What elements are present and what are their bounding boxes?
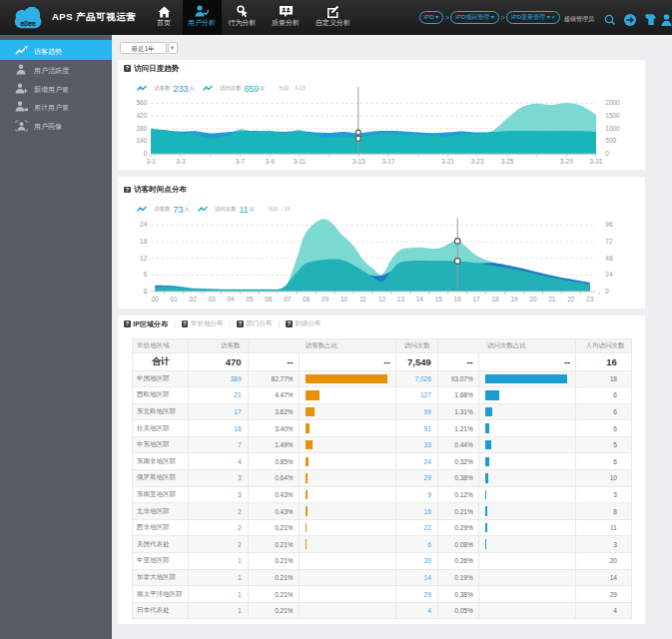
svg-text:72: 72 <box>605 238 613 245</box>
svg-text:02: 02 <box>189 295 197 302</box>
svg-text:11: 11 <box>359 295 366 302</box>
svg-text:3-15: 3-15 <box>351 158 364 165</box>
svg-text:07: 07 <box>284 295 292 302</box>
svg-text:560: 560 <box>136 99 147 106</box>
svg-text:3-21: 3-21 <box>441 158 454 165</box>
svg-text:3-7: 3-7 <box>235 158 245 165</box>
svg-text:04: 04 <box>227 295 235 302</box>
svg-text:22: 22 <box>567 295 575 302</box>
svg-text:140: 140 <box>136 137 147 144</box>
svg-text:0: 0 <box>605 150 609 157</box>
svg-text:3-1: 3-1 <box>146 158 156 165</box>
svg-text:06: 06 <box>265 295 273 302</box>
svg-text:17: 17 <box>472 295 480 302</box>
svg-text:3-31: 3-31 <box>589 158 602 165</box>
svg-text:6: 6 <box>143 271 147 278</box>
svg-text:3-17: 3-17 <box>381 158 394 165</box>
svg-text:0: 0 <box>143 287 147 294</box>
svg-text:21: 21 <box>548 295 556 302</box>
svg-text:03: 03 <box>208 295 216 302</box>
svg-text:0: 0 <box>143 150 147 157</box>
svg-text:19: 19 <box>510 295 518 302</box>
svg-text:13: 13 <box>396 295 404 302</box>
svg-text:24: 24 <box>140 221 148 228</box>
svg-text:24: 24 <box>605 271 613 278</box>
svg-text:3-25: 3-25 <box>500 158 513 165</box>
svg-text:15: 15 <box>434 295 442 302</box>
svg-text:10: 10 <box>340 295 348 302</box>
svg-text:00: 00 <box>151 295 159 302</box>
svg-text:01: 01 <box>170 295 178 302</box>
svg-text:14: 14 <box>415 295 423 302</box>
svg-text:05: 05 <box>246 295 254 302</box>
svg-text:12: 12 <box>140 254 148 261</box>
svg-text:16: 16 <box>453 295 461 302</box>
svg-text:3-9: 3-9 <box>265 158 275 165</box>
svg-text:3-3: 3-3 <box>176 158 186 165</box>
svg-text:48: 48 <box>605 254 613 261</box>
svg-text:3-23: 3-23 <box>470 158 483 165</box>
svg-text:18: 18 <box>140 238 148 245</box>
svg-text:3-11: 3-11 <box>293 158 306 165</box>
svg-text:eSee: eSee <box>20 20 36 27</box>
svg-text:500: 500 <box>605 137 616 144</box>
svg-text:08: 08 <box>303 295 311 302</box>
svg-text:1500: 1500 <box>605 112 620 119</box>
svg-text:0: 0 <box>605 287 609 294</box>
svg-text:2000: 2000 <box>605 99 620 106</box>
svg-text:09: 09 <box>322 295 330 302</box>
svg-text:96: 96 <box>605 221 613 228</box>
svg-text:20: 20 <box>529 295 537 302</box>
svg-text:3-29: 3-29 <box>559 158 572 165</box>
svg-text:1000: 1000 <box>605 125 620 132</box>
svg-text:420: 420 <box>136 112 147 119</box>
svg-text:12: 12 <box>378 295 386 302</box>
svg-text:280: 280 <box>136 125 147 132</box>
svg-text:23: 23 <box>586 295 594 302</box>
svg-text:18: 18 <box>491 295 499 302</box>
